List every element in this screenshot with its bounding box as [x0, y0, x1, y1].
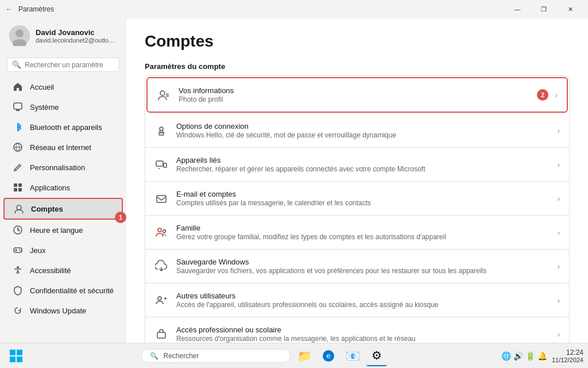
sidebar-item-accueil[interactable]: Accueil	[3, 77, 123, 97]
options-connexion-text: Options de connexionWindows Hello, clé d…	[176, 122, 550, 139]
sidebar-item-confidentialite[interactable]: Confidentialité et sécurité	[3, 281, 123, 300]
nav-list: AccueilSystèmeBluetooth et appareilsRése…	[0, 76, 126, 321]
svg-point-19	[160, 91, 165, 95]
settings-item-appareils-lies[interactable]: Appareils liésRechercher, réparer et gér…	[145, 148, 569, 182]
minimize-button[interactable]: —	[504, 0, 531, 18]
comptes-icon	[14, 204, 24, 214]
svg-rect-37	[10, 350, 16, 355]
user-info: David Jovanovic david.lecoindunet2@outlo…	[36, 28, 117, 44]
settings-item-vos-informations[interactable]: Vos informationsPhoto de profil›2	[146, 77, 568, 113]
vos-informations-title: Vos informations	[179, 86, 547, 95]
taskbar-left	[5, 346, 28, 366]
search-input[interactable]	[25, 61, 114, 69]
sidebar-item-label-bluetooth: Bluetooth et appareils	[30, 123, 102, 132]
sidebar-item-applications[interactable]: Applications	[3, 178, 123, 197]
appareils-lies-icon	[154, 158, 168, 171]
avatar	[9, 25, 30, 46]
options-connexion-desc: Windows Hello, clé de sécurité, mot de p…	[176, 131, 550, 139]
svg-point-18	[17, 266, 19, 269]
acces-professionnel-desc: Ressources d'organisation comme la messa…	[176, 335, 550, 343]
restore-button[interactable]: ❐	[531, 0, 557, 18]
settings-item-options-connexion[interactable]: Options de connexionWindows Hello, clé d…	[145, 114, 569, 148]
close-button[interactable]: ✕	[557, 0, 583, 18]
famille-text: FamilleGérez votre groupe familial, modi…	[176, 224, 550, 241]
svg-point-30	[158, 297, 161, 300]
chevron-right-icon: ›	[558, 194, 560, 203]
taskbar-search-label: Rechercher	[163, 352, 199, 360]
options-connexion-title: Options de connexion	[176, 122, 550, 131]
search-box[interactable]: 🔍	[7, 57, 119, 72]
taskbar-app-settings[interactable]: ⚙	[366, 346, 387, 366]
famille-title: Famille	[176, 224, 550, 232]
chevron-right-icon: ›	[558, 228, 560, 237]
search-icon: 🔍	[12, 60, 21, 69]
battery-icon: 🔋	[525, 351, 535, 361]
autres-utilisateurs-title: Autres utilisateurs	[176, 292, 550, 300]
chevron-right-icon: ›	[558, 296, 560, 305]
autres-utilisateurs-icon	[154, 293, 168, 307]
personnalisation-icon	[13, 162, 23, 172]
main-layout: David Jovanovic david.lecoindunet2@outlo…	[0, 18, 588, 343]
start-button[interactable]	[5, 346, 28, 366]
taskbar-app-edge[interactable]: e	[318, 346, 339, 366]
sidebar-item-update[interactable]: Windows Update	[3, 301, 123, 320]
sidebar-item-personnalisation[interactable]: Personnalisation	[3, 158, 123, 177]
sidebar-item-reseau[interactable]: Réseau et Internet	[3, 137, 123, 157]
chevron-right-icon: ›	[555, 91, 558, 99]
sidebar-item-label-confidentialite: Confidentialité et sécurité	[30, 286, 114, 295]
sidebar-item-label-applications: Applications	[30, 183, 70, 192]
user-profile[interactable]: David Jovanovic david.lecoindunet2@outlo…	[0, 18, 126, 53]
sidebar-item-bluetooth[interactable]: Bluetooth et appareils	[3, 117, 123, 137]
svg-rect-25	[164, 163, 167, 167]
settings-item-famille[interactable]: FamilleGérez votre groupe familial, modi…	[145, 216, 569, 250]
sauvegarde-icon	[154, 259, 168, 273]
clock: 12:24 11/12/2024	[552, 348, 583, 363]
settings-item-acces-professionnel[interactable]: Accès professionnel ou scolaireRessource…	[145, 317, 569, 343]
user-name: David Jovanovic	[36, 28, 117, 37]
vos-informations-icon	[157, 88, 171, 102]
svg-point-1	[16, 29, 24, 37]
sidebar-item-label-comptes: Comptes	[31, 205, 63, 213]
acces-professionnel-text: Accès professionnel ou scolaireRessource…	[176, 325, 550, 343]
vos-informations-badge: 2	[537, 89, 548, 101]
network-icon: 🌐	[501, 351, 511, 361]
svg-rect-3	[14, 103, 22, 109]
taskbar-app-explorer[interactable]: 📁	[294, 346, 315, 366]
email-comptes-icon	[154, 191, 168, 205]
taskbar-app-outlook[interactable]: 📧	[342, 346, 363, 366]
appareils-lies-title: Appareils liés	[176, 156, 550, 164]
taskbar-center: 🔍 Rechercher 📁 e 📧 ⚙	[28, 346, 501, 366]
vos-informations-text: Vos informationsPhoto de profil	[179, 86, 547, 103]
sidebar-item-jeux[interactable]: Jeux	[3, 240, 123, 260]
back-button[interactable]: ←	[5, 5, 14, 14]
svg-point-28	[158, 228, 161, 232]
settings-item-sauvegarde[interactable]: Sauvegarde WindowsSauvegarder vos fichie…	[145, 250, 569, 283]
settings-item-autres-utilisateurs[interactable]: Autres utilisateursAccès de l'appareil, …	[145, 283, 569, 317]
autres-utilisateurs-desc: Accès de l'appareil, utilisateurs profes…	[176, 301, 550, 309]
svg-point-16	[19, 249, 20, 250]
comptes-badge: 1	[115, 212, 126, 223]
sidebar-item-label-accueil: Accueil	[30, 83, 54, 91]
svg-rect-39	[10, 356, 16, 362]
svg-rect-9	[14, 188, 17, 191]
system-icons: 🌐 🔊 🔋 🔔	[501, 351, 547, 361]
settings-item-email-comptes[interactable]: E-mail et comptesComptes utilisés par la…	[145, 182, 569, 216]
sidebar-item-comptes[interactable]: Comptes1	[3, 198, 123, 220]
sidebar-item-label-accessibilite: Accessibilité	[30, 266, 71, 275]
chevron-right-icon: ›	[558, 330, 560, 339]
bluetooth-icon	[13, 122, 23, 132]
titlebar-controls: — ❐ ✕	[504, 0, 583, 18]
autres-utilisateurs-text: Autres utilisateursAccès de l'appareil, …	[176, 292, 550, 309]
sidebar-item-systeme[interactable]: Système	[3, 97, 123, 117]
clock-date: 11/12/2024	[552, 356, 583, 363]
taskbar-search[interactable]: 🔍 Rechercher	[141, 349, 291, 363]
sidebar-item-heure[interactable]: Heure et langue	[3, 220, 123, 240]
notification-icon: 🔔	[537, 351, 547, 361]
user-email: david.lecoindunet2@outlook.fr	[36, 37, 117, 44]
options-connexion-icon	[154, 124, 168, 137]
appareils-lies-desc: Rechercher, réparer et gérer les apparei…	[176, 165, 550, 173]
svg-rect-7	[14, 183, 17, 187]
svg-text:e: e	[327, 351, 331, 360]
sidebar-item-accessibilite[interactable]: Accessibilité	[3, 260, 123, 280]
svg-rect-38	[17, 350, 22, 355]
